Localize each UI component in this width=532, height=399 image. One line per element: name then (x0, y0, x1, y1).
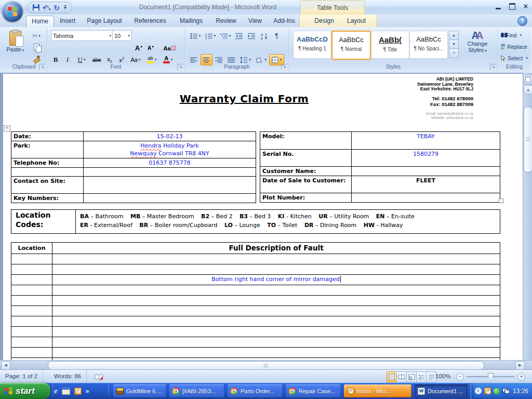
blank-label-cell[interactable] (11, 168, 84, 177)
bullets-button[interactable]: ▾ (188, 30, 203, 42)
find-button[interactable]: Find▾ (501, 30, 522, 40)
show-hide-pilcrow-button[interactable]: ¶ (271, 30, 283, 42)
fault-row-location[interactable] (11, 296, 52, 306)
web-layout-view-button[interactable] (406, 371, 417, 382)
style-normal[interactable]: AaBbCc ¶ Normal (331, 31, 371, 60)
vertical-scrollbar[interactable]: ▲ (523, 73, 532, 360)
close-icon[interactable]: × (524, 3, 528, 10)
tab-add-ins[interactable]: Add-Ins (269, 16, 299, 27)
styles-dialog-launcher[interactable]: ↘ (490, 64, 496, 70)
tray-collapse-icon[interactable]: ‹ (475, 388, 482, 394)
multilevel-list-button[interactable]: ▾ (218, 30, 233, 42)
keys-value-cell[interactable] (84, 194, 256, 203)
blank-value-cell[interactable] (84, 168, 256, 177)
clipboard-dialog-launcher[interactable]: ↘ (39, 64, 45, 70)
tray-outlook-icon[interactable] (484, 388, 491, 394)
office-button[interactable] (2, 1, 23, 22)
clear-formatting-button[interactable]: Aa (162, 42, 177, 54)
customize-qat-icon[interactable]: ▾ (64, 5, 66, 10)
zoom-slider-thumb[interactable] (488, 373, 494, 381)
taskbar-button-abi-ticket[interactable]: [#ABI-2853... (169, 384, 224, 397)
styles-more-icon[interactable]: ≡ (449, 48, 459, 58)
customer-value-cell[interactable] (352, 167, 500, 176)
change-styles-button[interactable]: AA Change Styles▾ (461, 30, 494, 64)
table-resize-handle[interactable] (499, 198, 503, 203)
tab-references[interactable]: References (129, 16, 171, 27)
tray-status-icon[interactable] (494, 388, 500, 394)
contact-value-cell[interactable] (84, 177, 256, 194)
redo-icon[interactable]: ↻ (54, 4, 60, 11)
decrease-indent-button[interactable] (233, 30, 245, 42)
contact-label-cell[interactable]: Contact on Site: (11, 177, 84, 194)
location-codes-value-cell[interactable]: BA – Bathroom MB – Master Bedroom B2 – B… (76, 210, 500, 234)
restore-icon[interactable] (509, 3, 515, 10)
plot-label-cell[interactable]: Plot Number: (260, 193, 352, 203)
sort-button[interactable]: AZ (258, 30, 270, 42)
taskbar-button-goldmine[interactable]: GoldMine 6.... (113, 384, 166, 397)
taskbar-button-repair-case[interactable]: Repair Case... (286, 384, 341, 397)
fault-row-description[interactable] (52, 327, 500, 337)
font-size-combo[interactable]: 10▾ (112, 30, 132, 41)
fault-row-description[interactable] (52, 316, 500, 327)
horizontal-scrollbar[interactable]: ◀ ▶ (0, 360, 532, 370)
fault-row-description[interactable] (52, 285, 500, 296)
scroll-up-icon[interactable]: ▲ (524, 85, 532, 95)
fault-row-location[interactable] (11, 306, 52, 316)
undo-button[interactable]: ↶▾ (43, 3, 50, 12)
sale-value-cell[interactable]: FLEET (352, 176, 500, 193)
zoom-level[interactable]: 100% (435, 370, 450, 383)
model-value-cell[interactable]: TEBAY (352, 132, 500, 150)
style-heading1[interactable]: AaBbCcD ¶ Heading 1 (293, 31, 331, 59)
word-count[interactable]: Words: 86 (49, 370, 87, 383)
table-move-handle-icon[interactable]: + (4, 125, 10, 132)
style-no-spacing[interactable]: AaBbCc ¶ No Spaci... (409, 31, 448, 59)
scroll-right-icon[interactable]: ▶ (515, 361, 525, 370)
format-painter-button[interactable] (28, 53, 45, 64)
plot-value-cell[interactable] (352, 193, 500, 203)
park-value-cell[interactable]: Hendra Holiday Park Newquay Cornwall TR8… (84, 141, 256, 158)
fault-row-location[interactable] (11, 254, 52, 264)
fault-row-location[interactable] (11, 327, 52, 337)
save-icon[interactable] (33, 4, 39, 11)
print-layout-view-button[interactable] (387, 371, 397, 382)
minimize-icon[interactable] (496, 8, 501, 9)
tab-insert[interactable]: Insert (55, 16, 80, 27)
tray-clock[interactable]: 13:26 (513, 388, 528, 395)
ruler-toggle-button[interactable] (524, 75, 532, 84)
font-dialog-launcher[interactable]: ↘ (177, 64, 183, 70)
vertical-scroll-thumb[interactable] (524, 107, 532, 172)
outline-view-button[interactable] (416, 371, 427, 382)
customer-label-cell[interactable]: Customer Name: (260, 167, 352, 176)
fault-row-description[interactable] (52, 296, 500, 306)
tab-page-layout[interactable]: Page Layout (82, 16, 127, 27)
fault-row-location[interactable] (11, 264, 52, 275)
paragraph-dialog-launcher[interactable]: ↘ (281, 64, 287, 70)
fault-row-description[interactable] (52, 254, 500, 264)
tab-design[interactable]: Design (310, 16, 339, 27)
shrink-font-button[interactable]: A▼ (145, 42, 157, 54)
fault-row-description[interactable] (52, 348, 500, 358)
fullscreen-reading-view-button[interactable] (396, 371, 407, 382)
fault-row-location[interactable] (11, 285, 52, 296)
outlook-quick-launch-icon[interactable] (74, 388, 82, 395)
replace-button[interactable]: abac Replace (501, 42, 527, 51)
fault-row-description[interactable] (52, 337, 500, 348)
sale-label-cell[interactable]: Date of Sale to Customer: (260, 176, 352, 193)
taskbar-button-inbox[interactable]: Inbox - Micr... (344, 384, 411, 397)
select-button[interactable]: Select▾ (501, 53, 528, 63)
phone-label-cell[interactable]: Telephone No: (11, 158, 84, 168)
tab-home[interactable]: Home (26, 16, 54, 28)
start-button[interactable]: start (0, 383, 50, 399)
phone-value-cell[interactable]: 01637 875778 (84, 158, 256, 168)
taskbar-button-parts-order[interactable]: Parts Order... (228, 384, 283, 397)
zoom-in-button[interactable]: + (517, 373, 525, 381)
tray-network-icon[interactable] (502, 388, 510, 394)
font-family-combo[interactable]: Tahoma▾ (51, 30, 113, 41)
style-title[interactable]: AaBb( ¶ Title (371, 31, 409, 59)
quick-launch-overflow-icon[interactable]: » (86, 388, 89, 395)
date-label-cell[interactable]: Date: (11, 132, 84, 141)
fault-description-header-cell[interactable]: Full Description of Fault (52, 243, 500, 254)
show-desktop-icon[interactable] (62, 388, 70, 395)
cut-button[interactable]: ✂▾ (28, 30, 45, 41)
fault-location-header-cell[interactable]: Location (11, 243, 52, 254)
